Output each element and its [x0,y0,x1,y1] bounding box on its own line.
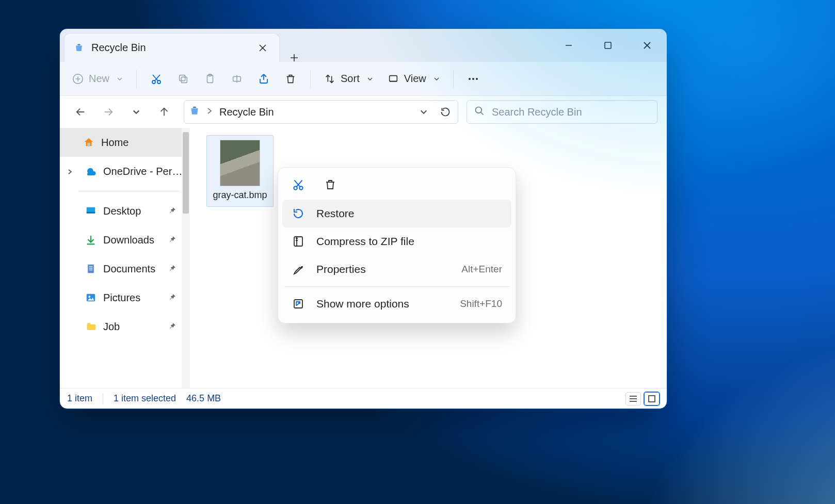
context-item-label: Compress to ZIP file [316,235,414,248]
paste-button[interactable] [198,68,222,90]
file-item-selected[interactable]: gray-cat.bmp [206,135,274,207]
sidebar-item-job[interactable]: Job [60,312,190,341]
svg-rect-15 [181,77,187,83]
svg-line-31 [481,112,484,115]
svg-point-11 [152,80,155,84]
view-button[interactable]: View [381,68,446,90]
svg-rect-16 [180,75,185,80]
close-window-button[interactable] [628,29,667,62]
new-button[interactable]: New [66,68,129,90]
context-item-restore[interactable]: Restore [282,200,511,227]
context-menu-icon-row [282,173,511,200]
view-button-label: View [404,73,426,85]
recent-locations-button[interactable] [129,105,143,119]
sidebar-item-documents[interactable]: Documents [60,254,190,283]
sidebar-item-label: Desktop [103,205,141,217]
svg-point-12 [157,80,160,84]
sidebar-item-home[interactable]: Home [60,128,190,157]
toolbar-separator [310,70,311,88]
svg-point-26 [476,78,478,80]
window-controls [549,29,667,62]
new-tab-button[interactable] [280,54,309,62]
window-body: Home OneDrive - Personal Desktop Downloa… [60,128,667,388]
folder-icon [85,320,97,333]
file-name-label: gray-cat.bmp [209,189,271,201]
sidebar-item-label: OneDrive - Personal [103,166,183,177]
properties-icon [292,263,305,276]
minimize-button[interactable] [549,29,588,62]
recycle-bin-icon [74,43,84,53]
address-bar[interactable]: Recycle Bin [184,100,458,124]
file-thumbnail [220,140,260,186]
toolbar: New Sort View [60,62,667,96]
context-shortcut: Shift+F10 [460,298,502,310]
tab-recycle-bin[interactable]: Recycle Bin [64,33,280,62]
search-input[interactable] [492,106,650,118]
context-menu-separator [284,286,509,287]
downloads-icon [85,234,97,246]
svg-rect-37 [88,265,94,273]
context-cut-button[interactable] [290,176,307,193]
delete-button[interactable] [278,68,303,90]
navigation-buttons [69,105,175,119]
status-item-count: 1 item [67,393,92,404]
view-toggle-group [625,392,660,405]
copy-button[interactable] [171,68,196,90]
recycle-bin-icon [189,106,200,118]
more-options-button[interactable] [461,68,486,90]
sidebar-item-desktop[interactable]: Desktop [60,197,190,225]
home-icon [83,136,95,149]
forward-button[interactable] [101,105,116,119]
svg-rect-5 [605,42,611,48]
back-button[interactable] [73,105,88,119]
svg-rect-34 [87,212,95,214]
zip-icon [292,235,305,248]
sidebar-item-label: Job [103,321,120,333]
context-item-more-options[interactable]: Show more options Shift+F10 [282,290,511,318]
sidebar-divider [78,191,181,191]
sidebar-item-label: Pictures [103,292,140,304]
icons-view-button[interactable] [644,392,660,405]
context-item-compress[interactable]: Compress to ZIP file [282,227,511,255]
address-history-button[interactable] [416,105,431,119]
sidebar-item-pictures[interactable]: Pictures [60,283,190,312]
sidebar-item-downloads[interactable]: Downloads [60,225,190,254]
up-button[interactable] [157,105,171,119]
sidebar-scrollthumb[interactable] [183,132,189,214]
svg-point-30 [476,107,482,113]
address-location: Recycle Bin [219,106,409,118]
svg-rect-32 [87,143,90,146]
rename-button[interactable] [224,68,249,90]
details-view-button[interactable] [625,392,641,405]
breadcrumb-separator [207,107,212,117]
svg-point-44 [299,186,303,190]
pictures-icon [85,291,97,304]
sort-button-label: Sort [341,73,360,85]
context-item-properties[interactable]: Properties Alt+Enter [282,255,511,283]
search-box[interactable] [467,100,657,124]
refresh-button[interactable] [438,105,453,119]
more-options-icon [292,297,305,311]
share-button[interactable] [251,68,276,90]
sidebar-item-onedrive[interactable]: OneDrive - Personal [60,157,190,186]
svg-point-43 [294,186,297,190]
pin-icon [168,234,176,246]
status-bar: 1 item 1 item selected 46.5 MB [60,388,667,409]
svg-point-24 [469,78,471,80]
sort-button[interactable]: Sort [318,68,379,90]
context-menu: Restore Compress to ZIP file Properties … [278,167,516,323]
context-delete-button[interactable] [322,176,339,193]
desktop-icon [85,205,97,217]
svg-rect-39 [89,268,93,268]
svg-rect-56 [649,396,655,402]
cut-button[interactable] [144,68,169,90]
maximize-button[interactable] [588,29,628,62]
sidebar-item-label: Home [101,137,129,149]
status-separator [103,393,103,404]
sidebar-item-label: Downloads [103,234,154,246]
close-tab-button[interactable] [255,41,270,55]
content-area[interactable]: gray-cat.bmp Restore [190,128,667,388]
sidebar-scrollbar[interactable] [182,128,190,388]
onedrive-icon [85,165,97,177]
chevron-right-icon[interactable] [67,166,73,177]
